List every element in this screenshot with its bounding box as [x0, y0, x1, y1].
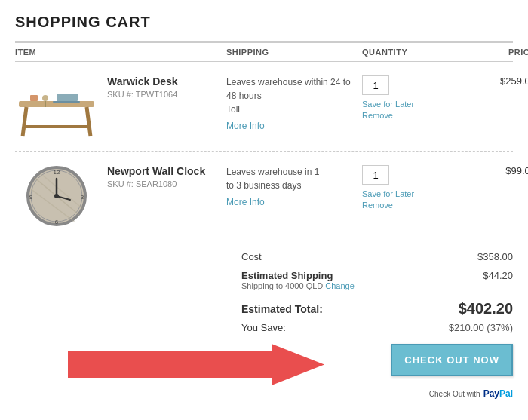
shipping-line1-clock: Leaves warehouse in 1 — [226, 167, 319, 177]
item-name-desk: Warwick Desk — [107, 75, 178, 87]
item-name-clock: Newport Wall Clock — [107, 165, 205, 177]
svg-rect-6 — [30, 95, 38, 101]
save-for-later-link-desk[interactable]: Save for Later — [362, 100, 414, 109]
remove-link-clock[interactable]: Remove — [362, 201, 393, 210]
shipping-sub-text: Shipping to 4000 QLD — [241, 281, 323, 290]
table-row: 12 3 6 9 Newport Wall Clock SKU #: SEAR1… — [15, 152, 513, 241]
page-title: SHOPPING CART — [15, 14, 513, 31]
paypal-section: Check Out with PayPal — [241, 388, 513, 399]
shipping-label: Estimated Shipping Shipping to 4000 QLD … — [241, 270, 355, 290]
total-value: $402.20 — [459, 300, 513, 317]
shipping-line2-clock: to 3 business days — [226, 180, 301, 191]
paypal-logo: PayPal — [483, 388, 513, 399]
shipping-sublabel: Shipping to 4000 QLD Change — [241, 281, 355, 290]
total-label: Estimated Total: — [241, 303, 323, 315]
shipping-col-clock: Leaves warehouse in 1 to 3 business days… — [226, 162, 362, 209]
summary-table: Cost $358.00 Estimated Shipping Shipping… — [241, 247, 513, 399]
paypal-prefix: Check Out with — [429, 390, 480, 398]
svg-text:9: 9 — [29, 194, 33, 201]
item-sku-desk: SKU #: TPWT1064 — [107, 90, 178, 99]
quantity-input-desk[interactable] — [362, 75, 389, 95]
save-label: You Save: — [241, 322, 286, 333]
table-row: Warwick Desk SKU #: TPWT1064 Leaves ware… — [15, 62, 513, 152]
header-item: ITEM — [15, 48, 226, 57]
item-details-desk: Warwick Desk SKU #: TPWT1064 — [107, 72, 178, 99]
remove-link-desk[interactable]: Remove — [362, 111, 393, 120]
quantity-col-desk: Save for Later Remove — [362, 72, 460, 122]
header-shipping: SHIPPING — [226, 48, 362, 57]
svg-rect-4 — [57, 94, 78, 101]
save-for-later-link-clock[interactable]: Save for Later — [362, 189, 414, 198]
svg-line-1 — [23, 107, 26, 136]
shipping-line3-desk: Toll — [226, 104, 240, 115]
item-col-clock: 12 3 6 9 Newport Wall Clock SKU #: SEAR1… — [15, 162, 226, 230]
item-image-desk — [15, 72, 98, 140]
shipping-label-bold: Estimated Shipping — [241, 270, 355, 281]
svg-text:3: 3 — [81, 194, 84, 201]
cost-value: $358.00 — [477, 251, 513, 262]
checkout-button[interactable]: CHECK OUT NOW — [391, 344, 513, 376]
clock-svg: 12 3 6 9 — [19, 162, 94, 230]
item-image-clock: 12 3 6 9 — [15, 162, 98, 230]
svg-text:6: 6 — [55, 219, 59, 225]
svg-point-7 — [42, 95, 48, 101]
more-info-link-desk[interactable]: More Info — [226, 119, 362, 133]
svg-point-20 — [54, 194, 59, 198]
shipping-line1-desk: Leaves warehouse — [226, 77, 302, 87]
checkout-area: CHECK OUT NOW — [241, 344, 513, 384]
header-price: PRICE — [460, 48, 528, 57]
price-col-desk: $259.00 — [460, 72, 528, 87]
cost-row: Cost $358.00 — [241, 247, 513, 266]
shipping-row: Estimated Shipping Shipping to 4000 QLD … — [241, 266, 513, 294]
desk-svg — [15, 72, 98, 140]
more-info-link-clock[interactable]: More Info — [226, 195, 362, 209]
quantity-col-clock: Save for Later Remove — [362, 162, 460, 212]
table-header: ITEM SHIPPING QUANTITY PRICE — [15, 41, 513, 62]
svg-marker-21 — [68, 344, 324, 385]
price-col-clock: $99.00 — [460, 162, 528, 176]
quantity-input-clock[interactable] — [362, 165, 389, 185]
svg-line-2 — [87, 107, 91, 136]
header-quantity: QUANTITY — [362, 48, 460, 57]
shipping-value: $44.20 — [483, 270, 513, 290]
item-col-desk: Warwick Desk SKU #: TPWT1064 — [15, 72, 226, 140]
item-details-clock: Newport Wall Clock SKU #: SEAR1080 — [107, 162, 205, 189]
item-sku-clock: SKU #: SEAR1080 — [107, 179, 205, 189]
shipping-change-link[interactable]: Change — [325, 281, 355, 290]
svg-rect-5 — [53, 101, 80, 103]
shipping-col-desk: Leaves warehouse within 24 to 48 hours T… — [226, 72, 362, 133]
arrow-icon — [68, 344, 324, 385]
cost-label: Cost — [241, 251, 262, 262]
save-row: You Save: $210.00 (37%) — [241, 320, 513, 341]
save-value: $210.00 (37%) — [449, 322, 513, 333]
total-row: Estimated Total: $402.20 — [241, 294, 513, 320]
summary-section: Cost $358.00 Estimated Shipping Shipping… — [15, 247, 513, 399]
svg-text:12: 12 — [54, 169, 60, 176]
